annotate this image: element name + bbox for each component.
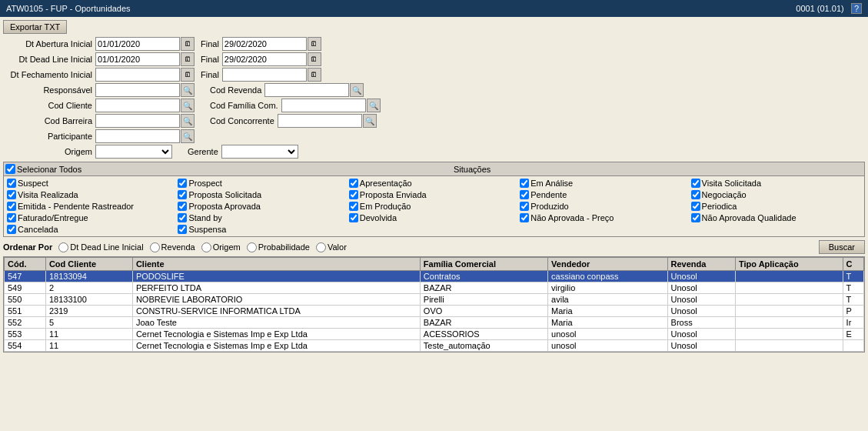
search-cod-familia[interactable]: 🔍 — [367, 99, 381, 112]
input-deadline-inicial[interactable] — [95, 52, 180, 66]
situation-label-6[interactable]: Proposta Solicitada — [188, 190, 261, 199]
situation-checkbox-11[interactable] — [178, 202, 187, 211]
radio-revenda-label[interactable]: Revenda — [161, 242, 195, 252]
input-abertura-inicial[interactable] — [95, 37, 180, 51]
search-cod-concorrente[interactable]: 🔍 — [363, 114, 377, 128]
select-gerente[interactable] — [221, 145, 298, 159]
input-cod-familia[interactable] — [281, 99, 366, 112]
situation-label-21[interactable]: Suspensa — [188, 225, 226, 234]
situation-label-18[interactable]: Não Aprovada - Preço — [530, 213, 614, 222]
situation-label-16[interactable]: Stand by — [188, 213, 221, 222]
situation-label-5[interactable]: Visita Realizada — [18, 190, 78, 199]
situation-label-12[interactable]: Em Produção — [360, 202, 411, 211]
table-row[interactable]: 55411Cernet Tecnologia e Sistemas Imp e … — [5, 340, 864, 352]
situation-label-14[interactable]: Periodica — [702, 202, 737, 211]
table-row[interactable]: 5492PERFEITO LTDABAZARvirgilioUnosolT — [5, 282, 864, 294]
radio-prob-input[interactable] — [247, 242, 257, 252]
search-cod-revenda[interactable]: 🔍 — [350, 83, 364, 97]
situation-label-7[interactable]: Proposta Enviada — [360, 190, 427, 199]
situation-label-0[interactable]: Suspect — [18, 179, 48, 188]
search-cod-cliente[interactable]: 🔍 — [181, 99, 195, 112]
table-cell-0: 551 — [5, 306, 46, 317]
situation-checkbox-13[interactable] — [520, 202, 529, 211]
situation-checkbox-4[interactable] — [691, 179, 700, 188]
situation-label-15[interactable]: Faturado/Entregue — [18, 213, 88, 222]
situation-item: Proposta Aprovada — [178, 201, 348, 212]
buscar-button[interactable]: Buscar — [819, 240, 865, 254]
situation-checkbox-15[interactable] — [7, 213, 16, 222]
input-fechamento-inicial[interactable] — [95, 68, 180, 82]
table-cell-4: unosol — [548, 329, 667, 340]
cal-abertura-inicial[interactable]: 🗓 — [181, 37, 195, 51]
situation-checkbox-6[interactable] — [178, 190, 187, 199]
situation-checkbox-7[interactable] — [349, 190, 358, 199]
search-cod-barreira[interactable]: 🔍 — [181, 114, 195, 128]
search-participante[interactable]: 🔍 — [181, 129, 195, 143]
situation-checkbox-17[interactable] — [349, 213, 358, 222]
input-cod-barreira[interactable] — [95, 114, 180, 128]
input-abertura-final[interactable] — [222, 37, 307, 51]
table-row[interactable]: 55311Cernet Tecnologia e Sistemas Imp e … — [5, 329, 864, 340]
situation-checkbox-2[interactable] — [349, 179, 358, 188]
select-all-checkbox[interactable] — [5, 164, 15, 174]
situation-label-11[interactable]: Proposta Aprovada — [188, 202, 261, 211]
cal-fechamento-inicial[interactable]: 🗓 — [181, 68, 195, 82]
radio-origem-input[interactable] — [201, 242, 211, 252]
select-all-label[interactable]: Selecionar Todos — [17, 165, 81, 174]
situation-label-9[interactable]: Negociação — [702, 190, 747, 199]
situation-label-17[interactable]: Devolvida — [360, 213, 397, 222]
situation-checkbox-21[interactable] — [178, 225, 187, 234]
input-cod-concorrente[interactable] — [278, 114, 362, 128]
situation-checkbox-20[interactable] — [7, 225, 16, 234]
radio-deadline-input[interactable] — [58, 242, 68, 252]
situation-label-1[interactable]: Prospect — [188, 179, 221, 188]
input-participante[interactable] — [95, 129, 180, 143]
radio-valor-label[interactable]: Valor — [328, 242, 347, 252]
table-row[interactable]: 54718133094PODOSLIFEContratoscassiano co… — [5, 271, 864, 282]
radio-prob-label[interactable]: Probabilidade — [258, 242, 310, 252]
select-origem[interactable] — [95, 145, 172, 159]
situation-label-4[interactable]: Visita Solicitada — [702, 179, 761, 188]
cal-deadline-inicial[interactable]: 🗓 — [181, 52, 195, 66]
situation-label-10[interactable]: Emitida - Pendente Rastreador — [18, 202, 134, 211]
cal-deadline-final[interactable]: 🗓 — [308, 52, 321, 66]
table-cell-4: virgilio — [548, 282, 667, 294]
radio-origem-label[interactable]: Origem — [213, 242, 241, 252]
situation-checkbox-14[interactable] — [691, 202, 700, 211]
radio-revenda-input[interactable] — [150, 242, 160, 252]
input-fechamento-final[interactable] — [222, 68, 307, 82]
situation-checkbox-16[interactable] — [178, 213, 187, 222]
situation-label-3[interactable]: Em Análise — [530, 179, 573, 188]
situation-label-19[interactable]: Não Aprovada Qualidade — [702, 213, 796, 222]
situation-checkbox-19[interactable] — [691, 213, 700, 222]
situation-checkbox-0[interactable] — [7, 179, 16, 188]
situation-label-20[interactable]: Cancelada — [18, 225, 58, 234]
cal-abertura-final[interactable]: 🗓 — [308, 37, 321, 51]
situation-checkbox-18[interactable] — [520, 213, 529, 222]
table-row[interactable]: 5512319CONSTRU-SERVICE INFORMATICA LTDAO… — [5, 306, 864, 317]
export-txt-button[interactable]: Exportar TXT — [3, 20, 67, 34]
input-deadline-final[interactable] — [222, 52, 307, 66]
cal-fechamento-final[interactable]: 🗓 — [308, 68, 321, 82]
input-responsavel[interactable] — [95, 83, 180, 97]
radio-valor: Valor — [316, 242, 347, 252]
situation-checkbox-10[interactable] — [7, 202, 16, 211]
table-row[interactable]: 55018133100NOBREVIE LABORATORIOPirelliav… — [5, 294, 864, 306]
table-row[interactable]: 5525Joao TesteBAZARMariaBrossIr — [5, 317, 864, 329]
situation-label-13[interactable]: Produzido — [530, 202, 569, 211]
table-cell-0: 550 — [5, 294, 46, 306]
search-responsavel[interactable]: 🔍 — [181, 83, 195, 97]
situation-checkbox-9[interactable] — [691, 190, 700, 199]
situation-label-2[interactable]: Apresentação — [360, 179, 412, 188]
input-cod-revenda[interactable] — [264, 83, 349, 97]
situation-label-8[interactable]: Pendente — [530, 190, 567, 199]
situation-checkbox-1[interactable] — [178, 179, 187, 188]
input-cod-cliente[interactable] — [95, 99, 180, 112]
situation-checkbox-8[interactable] — [520, 190, 529, 199]
situation-checkbox-12[interactable] — [349, 202, 358, 211]
radio-deadline-label[interactable]: Dt Dead Line Inicial — [70, 242, 143, 252]
situation-checkbox-5[interactable] — [7, 190, 16, 199]
radio-valor-input[interactable] — [316, 242, 326, 252]
situation-checkbox-3[interactable] — [520, 179, 529, 188]
help-icon[interactable]: ? — [851, 3, 862, 14]
